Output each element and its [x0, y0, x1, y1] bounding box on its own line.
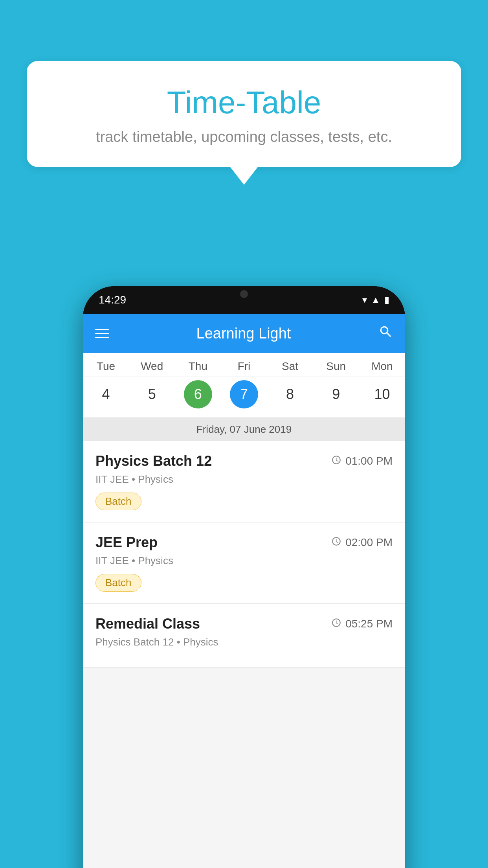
batch-tag: Batch	[95, 493, 141, 510]
date-10[interactable]: 10	[359, 377, 405, 412]
clock-icon	[331, 618, 341, 631]
app-screen: Learning Light Tue Wed Thu Fri Sat Sun	[83, 314, 405, 868]
search-icon[interactable]	[378, 324, 393, 343]
speech-bubble-arrow	[230, 167, 258, 185]
class-meta: IIT JEE • Physics	[95, 473, 393, 485]
day-wed: Wed	[129, 353, 175, 377]
days-header: Tue Wed Thu Fri Sat Sun Mon	[83, 353, 405, 377]
date-8[interactable]: 8	[267, 377, 313, 412]
app-title: Learning Light	[196, 325, 291, 342]
class-meta: Physics Batch 12 • Physics	[95, 636, 393, 648]
class-time: 05:25 PM	[331, 618, 393, 631]
day-tue: Tue	[83, 353, 129, 377]
class-time: 02:00 PM	[331, 536, 393, 549]
status-time: 14:29	[99, 294, 126, 306]
menu-button[interactable]	[95, 329, 109, 338]
selected-date-label: Friday, 07 June 2019	[83, 417, 405, 441]
battery-icon: ▮	[384, 294, 389, 305]
app-bar: Learning Light	[83, 314, 405, 353]
speech-bubble: Time-Table track timetable, upcoming cla…	[27, 61, 461, 167]
clock-icon	[331, 536, 341, 549]
phone-frame: 14:29 ▾ ▲ ▮ Learning Light	[83, 286, 405, 868]
date-5[interactable]: 5	[129, 377, 175, 412]
calendar-strip: Tue Wed Thu Fri Sat Sun Mon 4 5	[83, 353, 405, 441]
class-name: Physics Batch 12	[95, 453, 212, 469]
class-list: Physics Batch 12 01:00 PM IIT JEE • Phys…	[83, 441, 405, 868]
day-fri: Fri	[221, 353, 267, 377]
status-icons: ▾ ▲ ▮	[362, 294, 389, 305]
camera	[240, 290, 248, 298]
batch-tag: Batch	[95, 574, 141, 592]
class-item-physics-batch-12[interactable]: Physics Batch 12 01:00 PM IIT JEE • Phys…	[83, 441, 405, 522]
date-9[interactable]: 9	[313, 377, 359, 412]
date-7[interactable]: 7	[221, 377, 267, 412]
speech-bubble-container: Time-Table track timetable, upcoming cla…	[27, 61, 461, 185]
speech-bubble-title: Time-Table	[50, 85, 438, 121]
class-name: JEE Prep	[95, 534, 158, 551]
date-6[interactable]: 6	[175, 377, 221, 412]
date-4[interactable]: 4	[83, 377, 129, 412]
class-name: Remedial Class	[95, 616, 200, 632]
clock-icon	[331, 455, 341, 468]
signal-icon: ▲	[371, 294, 380, 305]
speech-bubble-subtitle: track timetable, upcoming classes, tests…	[50, 129, 438, 145]
day-sun: Sun	[313, 353, 359, 377]
day-mon: Mon	[359, 353, 405, 377]
day-thu: Thu	[175, 353, 221, 377]
status-bar: 14:29 ▾ ▲ ▮	[83, 286, 405, 314]
class-time: 01:00 PM	[331, 455, 393, 468]
class-item-jee-prep[interactable]: JEE Prep 02:00 PM IIT JEE • Physics Batc…	[83, 522, 405, 604]
class-item-remedial[interactable]: Remedial Class 05:25 PM Physics Batch 12…	[83, 604, 405, 668]
dates-row: 4 5 6 7 8 9	[83, 377, 405, 417]
wifi-icon: ▾	[362, 294, 367, 305]
class-meta: IIT JEE • Physics	[95, 555, 393, 567]
day-sat: Sat	[267, 353, 313, 377]
phone-notch	[220, 286, 268, 302]
